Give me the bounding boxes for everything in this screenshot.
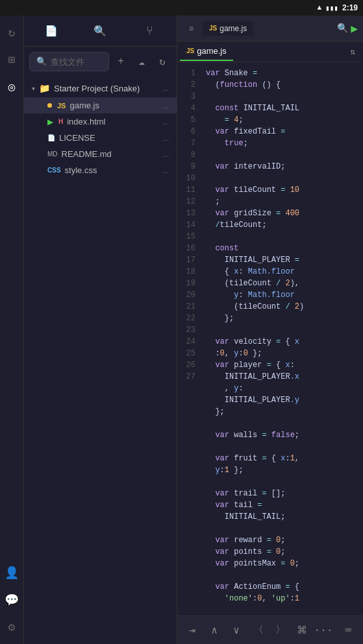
wifi-icon: ▲ bbox=[317, 4, 321, 12]
refresh-icon[interactable]: ↻ bbox=[153, 53, 171, 71]
file-name-stylecss: style.css bbox=[65, 165, 158, 175]
keyboard-icon[interactable]: ⌨ bbox=[338, 621, 358, 640]
search-icon[interactable]: 🔍 bbox=[90, 21, 110, 42]
file-name-readme: README.md bbox=[62, 149, 158, 159]
license-file-icon: 📄 bbox=[47, 134, 55, 141]
tab-top-inactive[interactable]: ≡ bbox=[182, 21, 200, 36]
sidebar-toggle-icon: ≡ bbox=[189, 24, 194, 33]
editor-search-icon[interactable]: 🔍 bbox=[337, 23, 348, 34]
md-file-icon: MD bbox=[47, 150, 58, 158]
rotate-icon[interactable]: ↻ bbox=[0, 21, 23, 44]
js-file-icon: JS bbox=[57, 102, 66, 110]
content-tab-gamejs[interactable]: JS game.js bbox=[180, 42, 233, 61]
file-item-readme[interactable]: MD README.md ... bbox=[24, 146, 177, 162]
more-icon[interactable]: ··· bbox=[314, 621, 333, 640]
file-icon[interactable]: 📄 bbox=[41, 21, 62, 42]
content-tab-label: game.js bbox=[197, 46, 227, 56]
user-icon[interactable]: 👤 bbox=[0, 561, 23, 584]
file-more-stylecss[interactable]: ... bbox=[162, 166, 169, 175]
signal-icon: ▮▮▮ bbox=[325, 4, 338, 12]
folder-icon: 📁 bbox=[39, 83, 50, 93]
js-content-tab-icon: JS bbox=[186, 47, 194, 54]
sort-icon[interactable]: ⇅ bbox=[345, 47, 360, 57]
run-indicator: ▶ bbox=[47, 117, 53, 126]
file-tree: ▾ 📁 Starter Project (Snake) ... JS game.… bbox=[24, 77, 177, 644]
right-arrow-icon[interactable]: 〉 bbox=[271, 621, 290, 640]
tab-nav-icon[interactable]: ⇥ bbox=[182, 621, 202, 640]
file-name-indexhtml: index.html bbox=[67, 117, 158, 126]
search-input[interactable] bbox=[51, 57, 102, 67]
app-container: ↻ ⊞ ◎ 👤 💬 ⚙ 📄 🔍 ⑂ 🔍 + ☁ ↻ ▾ bbox=[0, 16, 363, 644]
code-area: 1234 5678 91011 121314 151617 181920 212… bbox=[177, 62, 363, 615]
down-arrow-icon[interactable]: ∨ bbox=[227, 621, 246, 640]
left-arrow-icon[interactable]: 〈 bbox=[249, 621, 268, 640]
cloud-icon[interactable]: ☁ bbox=[132, 53, 151, 71]
folder-more[interactable]: ... bbox=[162, 84, 169, 93]
file-more-gamejs[interactable]: ... bbox=[162, 101, 169, 110]
editor-run-icon[interactable]: ▶ bbox=[351, 21, 358, 36]
file-more-readme[interactable]: ... bbox=[162, 150, 169, 159]
file-item-indexhtml[interactable]: ▶ H index.html ... bbox=[24, 113, 177, 130]
cmd-icon: ⌘ bbox=[293, 623, 311, 638]
search-input-wrapper[interactable]: 🔍 bbox=[29, 52, 109, 71]
chevron-down-icon: ▾ bbox=[32, 85, 35, 92]
html-file-icon: H bbox=[58, 118, 63, 125]
editor-content-tabs: JS game.js ⇅ bbox=[177, 42, 363, 62]
tab-label-gamejs: game.js bbox=[219, 24, 247, 33]
modified-dot bbox=[47, 103, 52, 108]
editor: ≡ JS game.js 🔍 ▶ JS game.js ⇅ 1234 bbox=[177, 16, 363, 644]
line-numbers: 1234 5678 91011 121314 151617 181920 212… bbox=[177, 62, 201, 615]
code-content[interactable]: var Snake = (function () { const INITIAL… bbox=[201, 62, 363, 615]
folder-item[interactable]: ▾ 📁 Starter Project (Snake) ... bbox=[24, 79, 177, 97]
status-bar: ▲ ▮▮▮ 2:19 bbox=[0, 0, 363, 16]
settings-icon[interactable]: ⚙ bbox=[0, 615, 23, 639]
js-tab-icon: JS bbox=[209, 25, 217, 32]
css-file-icon: CSS bbox=[47, 167, 61, 174]
branch-icon[interactable]: ⑂ bbox=[139, 21, 160, 42]
sidebar: 📄 🔍 ⑂ 🔍 + ☁ ↻ ▾ 📁 Starter Project (Snake… bbox=[24, 16, 177, 644]
folder-name: Starter Project (Snake) bbox=[54, 84, 158, 93]
bottom-bar: ⇥ ∧ ∨ 〈 〉 ⌘ ··· ⌨ bbox=[177, 615, 363, 644]
file-item-stylecss[interactable]: CSS style.css ... bbox=[24, 162, 177, 178]
tab-gamejs-active[interactable]: JS game.js bbox=[203, 21, 253, 36]
search-bar: 🔍 + ☁ ↻ bbox=[29, 52, 171, 71]
grid-icon[interactable]: ⊞ bbox=[0, 48, 23, 71]
file-item-license[interactable]: 📄 LICENSE ... bbox=[24, 130, 177, 146]
file-item-gamejs[interactable]: JS game.js ... bbox=[24, 97, 177, 113]
file-more-license[interactable]: ... bbox=[162, 134, 169, 143]
clock: 2:19 bbox=[342, 3, 358, 12]
activity-bar: ↻ ⊞ ◎ 👤 💬 ⚙ bbox=[0, 16, 24, 644]
chat-icon[interactable]: 💬 bbox=[0, 588, 23, 612]
code-scroll[interactable]: 1234 5678 91011 121314 151617 181920 212… bbox=[177, 62, 363, 615]
search-icon-small: 🔍 bbox=[36, 56, 47, 67]
editor-tabs-bar: ≡ JS game.js 🔍 ▶ bbox=[177, 16, 363, 42]
target-icon[interactable]: ◎ bbox=[0, 75, 23, 99]
add-icon[interactable]: + bbox=[112, 53, 130, 71]
file-more-indexhtml[interactable]: ... bbox=[162, 117, 169, 126]
up-arrow-icon[interactable]: ∧ bbox=[205, 621, 224, 640]
file-name-gamejs: game.js bbox=[69, 101, 158, 110]
file-name-license: LICENSE bbox=[59, 133, 158, 143]
sidebar-toolbar: 📄 🔍 ⑂ bbox=[24, 16, 177, 47]
